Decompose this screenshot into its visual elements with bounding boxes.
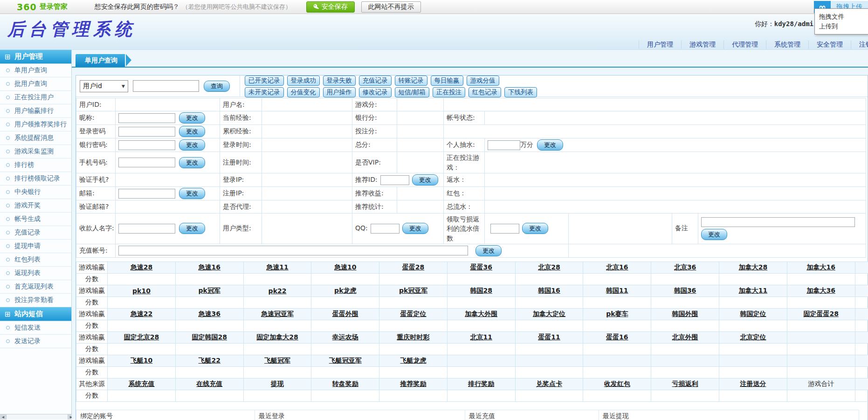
game-link[interactable]: 蛋蛋28 (402, 263, 424, 271)
sidebar-item[interactable]: 首充返现列表 (0, 280, 71, 294)
game-link[interactable]: 排行奖励 (468, 380, 494, 387)
game-link[interactable]: pk赛车 (606, 310, 628, 317)
action-button[interactable]: 下线列表 (504, 87, 537, 97)
game-link[interactable]: 推荐奖励 (400, 380, 427, 387)
scroll-left-icon[interactable]: ◀ (0, 414, 6, 420)
sidebar-section-user-management[interactable]: ⊞ 用户管理 (0, 50, 71, 64)
game-link[interactable]: pk22 (269, 287, 287, 295)
game-link[interactable]: 韩国16 (538, 287, 560, 294)
game-link[interactable]: 急速28 (131, 263, 152, 271)
game-link[interactable]: 蛋蛋36 (470, 263, 492, 271)
change-button[interactable]: 更改 (537, 139, 563, 151)
game-link[interactable]: 固定北京28 (124, 333, 159, 341)
action-button[interactable]: 游戏分值 (467, 76, 499, 86)
nav-tab[interactable]: 代理管理 (723, 41, 766, 49)
game-link[interactable]: 韩国定位 (740, 310, 766, 317)
game-link[interactable]: 韩国36 (674, 287, 696, 294)
nav-tab[interactable]: 游戏管理 (681, 41, 723, 49)
game-link[interactable]: 幸运农场 (332, 333, 358, 341)
referrer-id-input[interactable] (380, 175, 409, 185)
game-link[interactable]: 急速16 (199, 263, 220, 271)
sidebar-item[interactable]: 批用户查询 (0, 77, 71, 91)
game-link[interactable]: 加拿大外围 (465, 310, 497, 317)
game-link[interactable]: 加拿大11 (739, 287, 767, 294)
change-button[interactable]: 更改 (701, 229, 727, 240)
game-link[interactable]: 加拿大16 (806, 263, 835, 271)
change-button[interactable]: 更改 (179, 139, 205, 151)
change-button[interactable]: 更改 (179, 223, 205, 234)
game-link[interactable]: 北京定位 (740, 333, 766, 341)
game-link[interactable]: 加拿大定位 (533, 310, 565, 317)
sidebar-item[interactable]: 游戏开奖 (0, 199, 71, 213)
nav-tab[interactable]: 安全管理 (808, 41, 851, 49)
game-link[interactable]: 蛋蛋11 (538, 333, 560, 341)
action-button[interactable]: 已开奖记录 (245, 76, 284, 86)
game-link[interactable]: 韩国11 (606, 287, 628, 294)
game-link[interactable]: 收发红包 (604, 380, 630, 387)
game-link[interactable]: 固定蛋蛋28 (803, 310, 838, 317)
game-link[interactable]: 兑奖点卡 (536, 380, 562, 387)
game-link[interactable]: 韩国外围 (672, 310, 698, 317)
sidebar-item[interactable]: 红包列表 (0, 253, 71, 267)
sidebar-item[interactable]: 提现申请 (0, 240, 71, 253)
game-link[interactable]: 蛋蛋16 (606, 333, 628, 341)
game-link[interactable]: pk冠军 (199, 287, 220, 294)
action-button[interactable]: 短信/邮箱 (395, 87, 430, 97)
game-link[interactable]: 蛋蛋外围 (332, 310, 358, 317)
change-button[interactable]: 更改 (522, 223, 548, 234)
sidebar-item[interactable]: 用户领推荐奖排行 (0, 118, 71, 131)
game-link[interactable]: 北京28 (538, 263, 560, 271)
action-button[interactable]: 红包记录 (468, 87, 501, 97)
nav-tab[interactable]: 用户管理 (639, 41, 681, 49)
sidebar-item[interactable]: 投注异常勤看 (0, 294, 71, 307)
qq-input[interactable] (371, 224, 400, 234)
game-link[interactable]: 注册送分 (740, 380, 766, 387)
game-link[interactable]: pk龙虎 (334, 287, 356, 294)
change-button[interactable]: 更改 (179, 126, 205, 137)
game-link[interactable]: 固定加拿大28 (256, 333, 298, 341)
action-button[interactable]: 用户操作 (323, 87, 356, 97)
game-link[interactable]: 急速36 (199, 310, 220, 317)
action-button[interactable]: 每日输赢 (431, 76, 463, 86)
game-link[interactable]: 重庆时时彩 (397, 333, 430, 341)
query-type-select[interactable]: 用户id ▼ (80, 80, 128, 92)
game-link[interactable]: 北京外围 (672, 333, 698, 341)
change-button[interactable]: 更改 (412, 174, 438, 186)
nickname-input[interactable] (118, 113, 175, 123)
game-link[interactable]: 急速冠亚军 (261, 310, 294, 317)
sidebar-item[interactable]: 返现列表 (0, 267, 71, 280)
action-button[interactable]: 充值记录 (359, 76, 392, 86)
personal-rake-input[interactable] (488, 140, 520, 150)
change-button[interactable]: 更改 (475, 245, 502, 256)
action-button[interactable]: 未开奖记录 (245, 87, 284, 97)
sidebar-item[interactable]: 充值记录 (0, 226, 71, 240)
sidebar-item[interactable]: 短信发送 (0, 321, 71, 335)
action-button[interactable]: 登录成功 (287, 76, 320, 86)
sidebar-item[interactable]: 发送记录 (0, 335, 71, 348)
game-link[interactable]: 加拿大36 (806, 287, 835, 294)
game-link[interactable]: 系统充值 (128, 380, 154, 387)
game-link[interactable]: 韩国28 (470, 287, 492, 294)
game-link[interactable]: 加拿大28 (739, 263, 767, 271)
nav-tab[interactable]: 注销 (851, 41, 868, 49)
query-input[interactable] (133, 80, 199, 92)
action-button[interactable]: 转账记录 (395, 76, 427, 86)
sidebar-item[interactable]: 中央银行 (0, 186, 71, 199)
action-button[interactable]: 正在投注 (433, 87, 465, 97)
sidebar-item[interactable]: 帐号生成 (0, 213, 71, 226)
sidebar-hscrollbar[interactable]: ◀ ▶ (0, 414, 82, 420)
search-button[interactable]: 查询 (204, 81, 230, 92)
game-link[interactable]: 飞艇龙虎 (400, 357, 427, 364)
scrollbar-thumb[interactable] (6, 414, 68, 420)
remark-input[interactable] (701, 217, 855, 227)
action-button[interactable]: 登录失败 (323, 76, 356, 86)
change-button[interactable]: 更改 (179, 112, 205, 124)
tab-single-user-query[interactable]: 单用户查询 (76, 54, 125, 67)
sidebar-item[interactable]: 单用户查询 (0, 64, 71, 77)
game-link[interactable]: 转盘奖励 (332, 380, 358, 387)
action-button[interactable]: 修改记录 (359, 87, 392, 97)
game-link[interactable]: 北京16 (606, 263, 628, 271)
game-link[interactable]: 蛋蛋定位 (400, 310, 427, 317)
change-button[interactable]: 更改 (179, 157, 205, 168)
game-link[interactable]: 北京11 (470, 333, 492, 341)
